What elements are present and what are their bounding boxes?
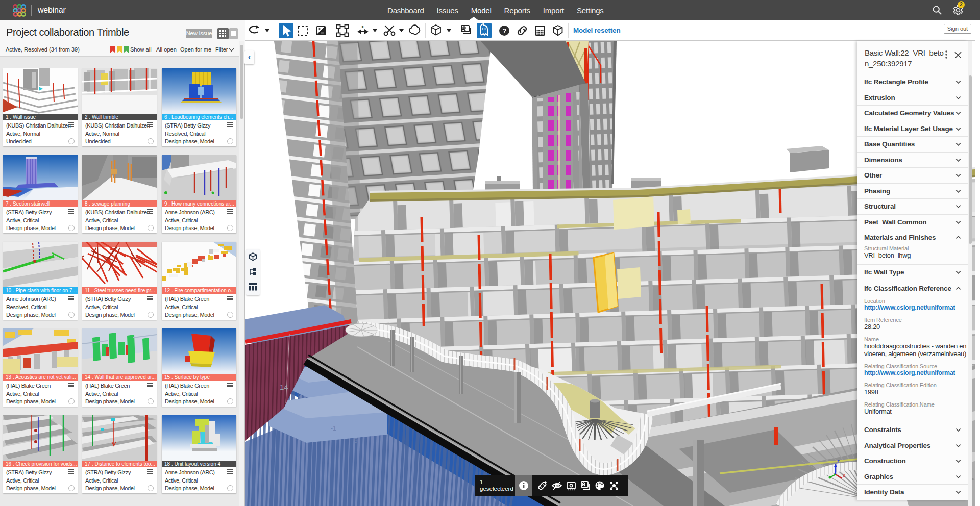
svg-text:-1: -1 (331, 425, 336, 432)
svg-text:14: 14 (280, 383, 288, 391)
svg-text:9: 9 (354, 437, 358, 444)
svg-text:x: x (843, 473, 845, 478)
svg-text:x: x (361, 24, 364, 29)
svg-text:?: ? (503, 27, 507, 35)
svg-text:z: z (837, 459, 840, 464)
